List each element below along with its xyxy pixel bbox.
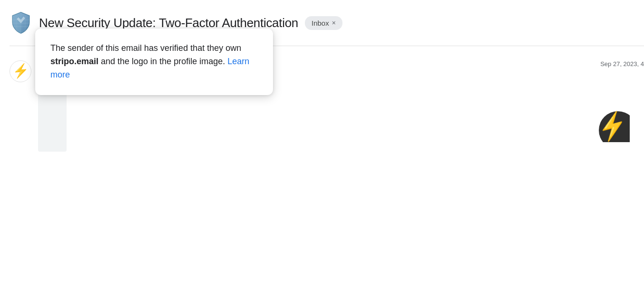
- tooltip-text: The sender of this email has verified th…: [50, 42, 258, 82]
- inbox-close-button[interactable]: ×: [332, 19, 336, 26]
- shield-icon: [10, 11, 32, 34]
- tooltip-text-before: The sender of this email has verified th…: [50, 43, 241, 53]
- sender-avatar: ⚡: [10, 60, 31, 82]
- tooltip-text-after: and the logo in the profile image.: [98, 57, 225, 66]
- verified-sender-tooltip: The sender of this email has verified th…: [35, 29, 273, 95]
- svg-text:⚡: ⚡: [594, 108, 630, 142]
- email-thumbnail-preview: [38, 90, 67, 152]
- stripo-email-logo-bottom: ⚡: [592, 104, 630, 142]
- inbox-badge[interactable]: Inbox ×: [305, 16, 342, 30]
- stripo-avatar-logo: ⚡: [11, 62, 29, 80]
- email-date: Sep 27, 2023, 4: [600, 59, 644, 68]
- email-subject: New Security Update: Two-Factor Authenti…: [39, 16, 298, 30]
- email-view: New Security Update: Two-Factor Authenti…: [0, 0, 644, 152]
- svg-text:⚡: ⚡: [12, 62, 29, 79]
- tooltip-brand-name: stripo.email: [50, 57, 98, 66]
- inbox-label: Inbox: [312, 19, 329, 27]
